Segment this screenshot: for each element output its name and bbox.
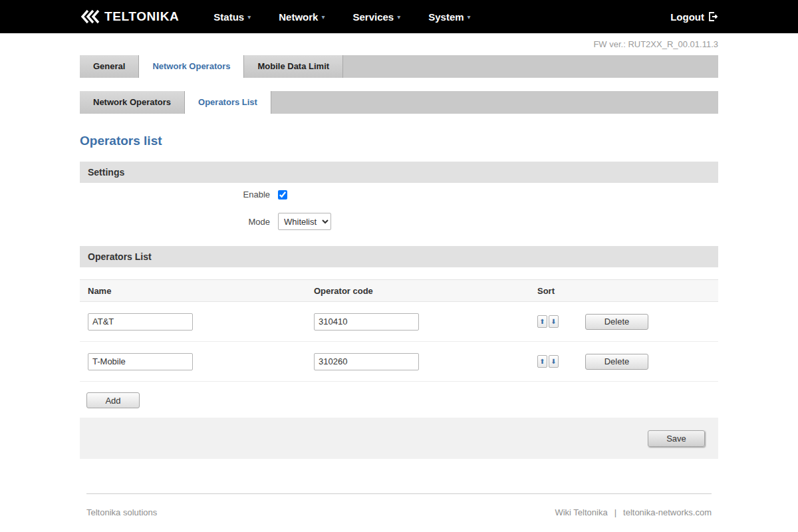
brand: TELTONIKA [80,9,179,24]
operator-name-input[interactable] [88,353,193,370]
enable-label: Enable [80,190,278,200]
column-header-code: Operator code [314,286,537,296]
operator-code-input[interactable] [314,353,419,370]
secondary-tab-bar: Network Operators Operators List [80,91,718,114]
column-header-sort: Sort [537,286,585,296]
footer-links: Wiki Teltonika | teltonika-networks.com [555,507,712,517]
menu-label: Status [213,11,244,23]
operator-code-input[interactable] [314,313,419,331]
mode-select[interactable]: Whitelist [278,213,331,230]
page-title: Operators list [80,134,718,148]
sort-up-button[interactable]: ⬆ [537,355,547,368]
sort-up-button[interactable]: ⬆ [537,315,547,328]
column-header-name: Name [88,286,314,296]
chevron-down-icon: ▾ [467,13,471,21]
menu-label: Network [279,11,318,23]
footer-link-site[interactable]: teltonika-networks.com [623,507,712,517]
subtab-network-operators[interactable]: Network Operators [80,91,185,114]
add-button[interactable]: Add [86,392,140,408]
firmware-version: FW ver.: RUT2XX_R_00.01.11.3 [80,39,718,49]
subtab-operators-list[interactable]: Operators List [185,91,271,114]
footer-link-wiki[interactable]: Wiki Teltonika [555,507,607,517]
footer-left-text: Teltonika solutions [86,507,157,517]
brand-name: TELTONIKA [104,9,179,24]
chevron-down-icon: ▾ [321,13,325,21]
operator-row: ⬆ ⬇ Delete [80,342,718,382]
teltonika-logo-icon [80,9,100,24]
settings-section-header: Settings [80,162,718,183]
chevron-down-icon: ▾ [397,13,400,21]
tab-mobile-data-limit[interactable]: Mobile Data Limit [244,55,343,78]
sort-down-button[interactable]: ⬇ [549,355,559,368]
sort-down-button[interactable]: ⬇ [549,315,559,328]
top-navbar: TELTONIKA Status ▾ Network ▾ Services ▾ … [0,0,798,33]
primary-tab-bar: General Network Operators Mobile Data Li… [80,55,718,78]
menu-item-status[interactable]: Status ▾ [213,11,251,23]
main-menu: Status ▾ Network ▾ Services ▾ System ▾ [213,11,470,23]
operators-section-header: Operators List [80,246,718,267]
logout-button[interactable]: Logout [670,11,718,23]
menu-item-network[interactable]: Network ▾ [279,11,325,23]
operator-row: ⬆ ⬇ Delete [80,302,718,342]
operator-name-input[interactable] [88,313,193,331]
menu-item-services[interactable]: Services ▾ [352,11,400,23]
enable-row: Enable [80,183,718,206]
delete-button[interactable]: Delete [585,314,648,330]
tab-general[interactable]: General [80,55,139,78]
logout-label: Logout [670,11,704,23]
menu-label: System [428,11,464,23]
menu-item-system[interactable]: System ▾ [428,11,470,23]
menu-label: Services [352,11,394,23]
save-bar: Save [80,418,718,459]
tab-network-operators[interactable]: Network Operators [139,55,244,78]
operators-table-header: Name Operator code Sort [80,279,718,302]
mode-row: Mode Whitelist [80,206,718,237]
page-footer: Teltonika solutions Wiki Teltonika | tel… [0,493,798,532]
chevron-down-icon: ▾ [247,13,251,21]
logout-icon [708,11,718,22]
save-button[interactable]: Save [648,430,705,447]
settings-form: Enable Mode Whitelist [80,183,718,237]
footer-separator: | [614,507,616,517]
enable-checkbox[interactable] [278,190,287,200]
delete-button[interactable]: Delete [585,354,648,370]
mode-label: Mode [80,217,278,227]
